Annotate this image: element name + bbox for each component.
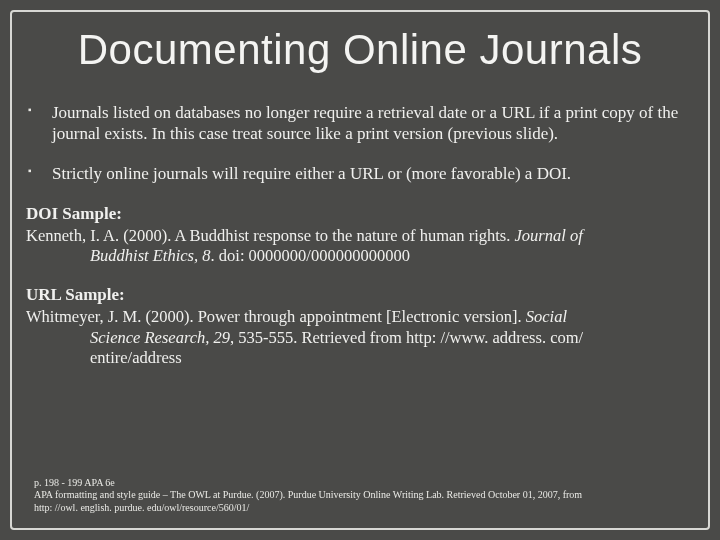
footer-line3: http: //owl. english. purdue. edu/owl/re… [34, 502, 686, 515]
slide-footer: p. 198 - 199 APA 6e APA formatting and s… [34, 477, 686, 515]
url-sample-body: Whitmeyer, J. M. (2000). Power through a… [26, 307, 694, 369]
url-hang-ital: Science Research, 29 [90, 328, 230, 347]
bullet-item: Journals listed on databases no longer r… [26, 102, 694, 145]
footer-line2: APA formatting and style guide – The OWL… [34, 489, 686, 502]
url-sample-heading: URL Sample: [26, 285, 694, 305]
doi-hang: Buddhist Ethics, 8. doi: 0000000/0000000… [26, 246, 694, 267]
doi-ital1: Journal of [515, 226, 583, 245]
bullet-list: Journals listed on databases no longer r… [26, 102, 694, 184]
url-hang-rest: , 535-555. Retrieved from http: //www. a… [230, 328, 583, 347]
url-ital1: Social [526, 307, 567, 326]
slide-frame: Documenting Online Journals Journals lis… [10, 10, 710, 530]
doi-hang-rest: . doi: 0000000/000000000000 [211, 246, 410, 265]
slide-title: Documenting Online Journals [26, 26, 694, 74]
doi-line1: Kenneth, I. A. (2000). A Buddhist respon… [26, 226, 515, 245]
bullet-item: Strictly online journals will require ei… [26, 163, 694, 184]
footer-line1: p. 198 - 199 APA 6e [34, 477, 686, 490]
doi-sample-body: Kenneth, I. A. (2000). A Buddhist respon… [26, 226, 694, 267]
doi-sample-heading: DOI Sample: [26, 204, 694, 224]
doi-hang-ital: Buddhist Ethics, 8 [90, 246, 211, 265]
url-hang2: entire/address [26, 348, 694, 369]
url-line1: Whitmeyer, J. M. (2000). Power through a… [26, 307, 526, 326]
url-hang1: Science Research, 29, 535-555. Retrieved… [26, 328, 694, 349]
